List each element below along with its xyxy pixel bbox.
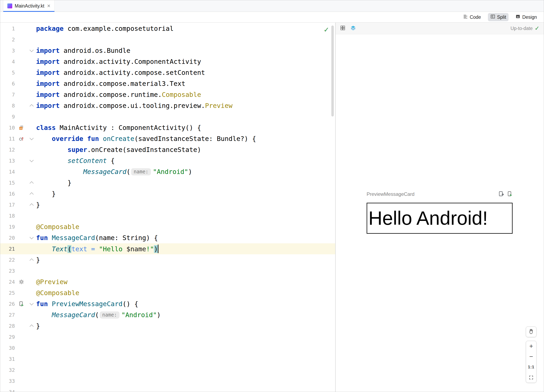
tab-close-icon[interactable]: × xyxy=(47,3,50,9)
preview-settings-gutter-icon[interactable] xyxy=(15,279,28,285)
fold-marker-icon[interactable] xyxy=(28,236,35,239)
code-text[interactable]: class MainActivity : ComponentActivity()… xyxy=(36,124,201,131)
zoom-controls: + − 1:1 xyxy=(526,341,537,383)
fold-marker-icon[interactable] xyxy=(28,159,35,162)
layers-icon[interactable] xyxy=(350,25,356,32)
code-line[interactable]: 26fun PreviewMessageCard() { xyxy=(0,298,335,309)
code-line[interactable]: 10<>class MainActivity : ComponentActivi… xyxy=(0,122,335,133)
code-text[interactable]: import androidx.compose.runtime.Composab… xyxy=(36,91,201,99)
fold-marker-icon[interactable] xyxy=(28,137,35,140)
code-text[interactable]: package com.example.composetutorial xyxy=(36,25,173,32)
code-text[interactable]: fun MessageCard(name: String) { xyxy=(36,234,158,242)
code-token: (name: String) { xyxy=(95,234,158,242)
code-text[interactable]: } xyxy=(36,256,40,264)
code-text[interactable]: setContent { xyxy=(36,157,115,165)
split-mode-button[interactable]: Split xyxy=(488,13,509,21)
code-text[interactable]: import androidx.activity.ComponentActivi… xyxy=(36,58,201,65)
code-line[interactable]: 22} xyxy=(0,254,335,265)
code-text[interactable]: Text(text = "Hello $name!") xyxy=(36,244,159,253)
code-text[interactable]: import android.os.Bundle xyxy=(36,47,130,54)
code-line[interactable]: 5import androidx.activity.compose.setCon… xyxy=(0,67,335,78)
code-token: "Android" xyxy=(122,311,157,319)
override-method-gutter-icon[interactable] xyxy=(15,136,28,142)
zoom-reset-button[interactable]: 1:1 xyxy=(526,362,536,372)
design-mode-button[interactable]: Design xyxy=(513,13,539,21)
editor-scrollbar-thumb[interactable] xyxy=(331,25,334,116)
code-text[interactable]: import androidx.compose.material3.Text xyxy=(36,80,185,88)
code-text[interactable]: @Composable xyxy=(36,289,79,297)
code-line[interactable]: 29 xyxy=(0,332,335,342)
code-line[interactable]: 31 xyxy=(0,353,335,364)
code-text[interactable]: override fun onCreate(savedInstanceState… xyxy=(36,135,256,143)
code-mode-button[interactable]: Code xyxy=(461,13,484,21)
zoom-in-button[interactable]: + xyxy=(526,341,536,351)
code-line[interactable]: 7import androidx.compose.runtime.Composa… xyxy=(0,89,335,100)
code-line[interactable]: 18 xyxy=(0,210,335,221)
fold-marker-icon[interactable] xyxy=(28,181,35,184)
preview-canvas[interactable]: PreviewMessageCard Hello Android! xyxy=(336,34,544,392)
code-text[interactable]: fun PreviewMessageCard() { xyxy=(36,300,138,308)
code-line[interactable]: 24@Preview xyxy=(0,276,335,287)
fold-marker-icon[interactable] xyxy=(28,325,35,327)
code-line[interactable]: 30 xyxy=(0,342,335,353)
fold-marker-icon[interactable] xyxy=(28,303,35,305)
editor-gutter: 11 xyxy=(0,133,36,144)
code-line[interactable]: 8import androidx.compose.ui.tooling.prev… xyxy=(0,100,335,111)
run-preview-icon[interactable] xyxy=(507,191,513,197)
fold-marker-icon[interactable] xyxy=(28,192,35,195)
code-text[interactable]: import androidx.activity.compose.setCont… xyxy=(36,69,205,77)
code-text[interactable]: import androidx.compose.ui.tooling.previ… xyxy=(36,102,232,110)
code-text[interactable]: } xyxy=(36,322,40,330)
code-line[interactable]: 12 super.onCreate(savedInstanceState) xyxy=(0,144,335,155)
code-line[interactable]: 17} xyxy=(0,199,335,210)
preview-frame[interactable]: Hello Android! xyxy=(367,203,513,234)
code-line[interactable]: 1package com.example.composetutorial xyxy=(0,23,335,34)
code-line[interactable]: 27 MessageCard(name:"Android") xyxy=(0,309,335,321)
code-line[interactable]: 20fun MessageCard(name: String) { xyxy=(0,232,335,243)
code-text[interactable]: } xyxy=(36,179,71,187)
code-line[interactable]: 2 xyxy=(0,34,335,45)
code-line[interactable]: 3import android.os.Bundle xyxy=(0,45,335,56)
code-token: MessageCard xyxy=(52,311,95,319)
fold-marker-icon[interactable] xyxy=(28,49,35,52)
code-line[interactable]: 13 setContent { xyxy=(0,155,335,166)
code-text[interactable]: MessageCard(name:"Android") xyxy=(36,168,192,176)
fold-marker-icon[interactable] xyxy=(28,104,35,107)
code-text[interactable]: } xyxy=(36,190,56,198)
grid-view-icon[interactable] xyxy=(340,25,345,31)
fold-marker-icon[interactable] xyxy=(28,203,35,206)
code-line[interactable]: 28} xyxy=(0,321,335,332)
code-line[interactable]: 19@Composable xyxy=(0,221,335,232)
pan-button[interactable] xyxy=(526,327,537,337)
code-text[interactable]: @Composable xyxy=(36,223,79,231)
code-text[interactable]: @Preview xyxy=(36,278,67,286)
code-line[interactable]: 9 xyxy=(0,111,335,122)
code-text[interactable]: MessageCard(name:"Android") xyxy=(36,311,161,319)
fold-marker-icon[interactable] xyxy=(28,258,35,261)
related-symbol-gutter-icon[interactable]: <> xyxy=(15,125,28,131)
code-line[interactable]: 32 xyxy=(0,364,335,375)
code-line[interactable]: 21 Text(text = "Hello $name!") xyxy=(0,243,335,254)
run-preview-gutter-icon[interactable] xyxy=(15,301,28,307)
editor-gutter: 23 xyxy=(0,265,36,276)
code-line[interactable]: 15 } xyxy=(0,177,335,188)
code-text[interactable]: super.onCreate(savedInstanceState) xyxy=(36,146,201,154)
code-text[interactable]: } xyxy=(36,201,40,209)
code-line[interactable]: 14 MessageCard(name:"Android") xyxy=(0,166,335,177)
code-line[interactable]: 11 override fun onCreate(savedInstanceSt… xyxy=(0,133,335,144)
design-mode-icon xyxy=(515,14,520,20)
editor-tab-mainactivity[interactable]: MainActivity.kt × xyxy=(3,0,55,12)
code-line[interactable]: 33 xyxy=(0,375,335,386)
code-line[interactable]: 6import androidx.compose.material3.Text xyxy=(0,78,335,89)
code-line[interactable]: 23 xyxy=(0,265,335,276)
code-line[interactable]: 25@Composable xyxy=(0,287,335,298)
analysis-ok-icon[interactable]: ✓ xyxy=(324,26,329,34)
editor-gutter: 20 xyxy=(0,232,36,243)
zoom-to-fit-button[interactable] xyxy=(526,372,536,383)
code-line[interactable]: 16 } xyxy=(0,188,335,199)
code-line[interactable]: 4import androidx.activity.ComponentActiv… xyxy=(0,56,335,67)
code-line[interactable]: 34 xyxy=(0,386,335,392)
interactive-preview-icon[interactable] xyxy=(498,191,504,197)
code-editor[interactable]: 1package com.example.composetutorial23im… xyxy=(0,23,335,392)
zoom-out-button[interactable]: − xyxy=(526,351,536,362)
